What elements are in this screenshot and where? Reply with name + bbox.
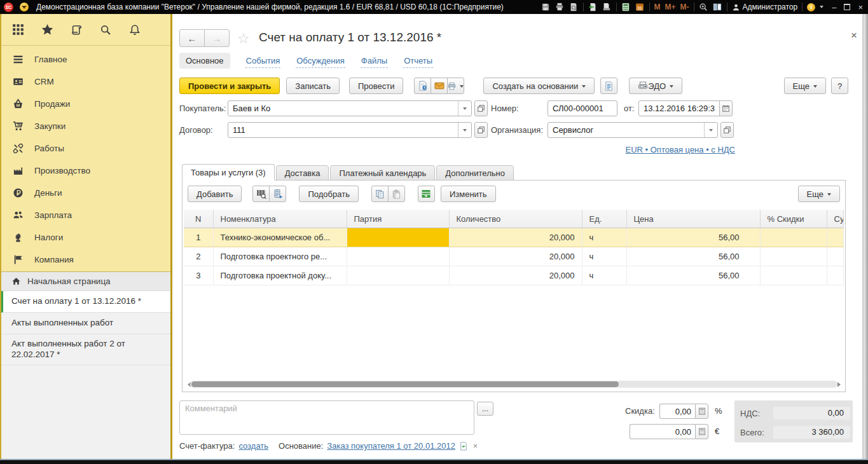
- tab-tovary-i-uslugi[interactable]: Товары и услуги (3): [182, 164, 275, 181]
- sidebar-item-crm[interactable]: CRM: [1, 71, 170, 93]
- document-close-button[interactable]: ×: [848, 29, 860, 42]
- cell-n[interactable]: 2: [184, 247, 213, 266]
- tab-otchety[interactable]: Отчеты: [403, 54, 433, 68]
- calculator-icon[interactable]: [621, 3, 631, 12]
- favorites-star-icon[interactable]: [41, 24, 53, 36]
- col-nomenklatura[interactable]: Номенклатура: [213, 210, 347, 228]
- restore-button[interactable]: [844, 4, 850, 10]
- table-row[interactable]: 2 Подготовка проектного ре... 20,000 ч 5…: [184, 247, 844, 266]
- post-button[interactable]: Провести: [349, 78, 404, 94]
- data-terminal-button[interactable]: [269, 186, 286, 202]
- discount-percent-input[interactable]: [659, 404, 695, 419]
- cell-n[interactable]: 3: [184, 266, 213, 285]
- paste-rows-button[interactable]: [388, 186, 405, 202]
- contract-dropdown-button[interactable]: [458, 123, 471, 137]
- create-invoice-link[interactable]: создать: [238, 441, 268, 451]
- table-row[interactable]: 3 Подготовка проектной доку... 20,000 ч …: [184, 266, 844, 285]
- home-page-item[interactable]: Начальная страница: [1, 272, 170, 291]
- cell-ed[interactable]: ч: [582, 266, 626, 285]
- tab-dostavka[interactable]: Доставка: [276, 165, 329, 181]
- memory-m-button[interactable]: M: [654, 3, 661, 11]
- sidebar-item-raboty[interactable]: Работы: [1, 137, 170, 160]
- cell-kolichestvo[interactable]: 20,000: [449, 228, 582, 247]
- table-row[interactable]: 1 Технико-экономическое об... 20,000 ч 5…: [184, 228, 844, 247]
- scroll-left-button[interactable]: [185, 381, 190, 387]
- scrollbar-track[interactable]: [190, 381, 837, 388]
- date-calendar-button[interactable]: [719, 100, 733, 116]
- apps-grid-icon[interactable]: [11, 24, 24, 36]
- cell-nomenklatura[interactable]: Подготовка проектной доку...: [213, 266, 347, 285]
- cell-summa[interactable]: [827, 266, 844, 285]
- open-window-acts-list[interactable]: Акты выполненных работ: [1, 313, 170, 334]
- cell-partiya[interactable]: [347, 247, 449, 266]
- cell-kolichestvo[interactable]: 20,000: [449, 247, 582, 266]
- cell-ed[interactable]: ч: [582, 247, 626, 266]
- sidebar-item-zakupki[interactable]: Закупки: [1, 115, 170, 137]
- current-user[interactable]: Администратор: [732, 3, 798, 11]
- export-file-icon[interactable]: [602, 3, 612, 12]
- create-based-on-button[interactable]: Создать на основании: [483, 78, 595, 94]
- discount-amount-input[interactable]: [630, 424, 695, 439]
- date-input[interactable]: [638, 100, 720, 116]
- tab-dopolnitelno[interactable]: Дополнительно: [436, 165, 514, 181]
- main-menu-button[interactable]: [20, 3, 29, 11]
- memory-mplus-button[interactable]: M+: [665, 3, 676, 11]
- minimize-button[interactable]: –: [832, 3, 836, 12]
- buyer-open-button[interactable]: [474, 100, 488, 116]
- contract-open-button[interactable]: [474, 122, 488, 138]
- fill-table-button[interactable]: [418, 186, 435, 202]
- cell-partiya[interactable]: [347, 266, 449, 285]
- col-ed[interactable]: Ед.: [582, 210, 626, 228]
- cell-n[interactable]: 1: [184, 228, 213, 247]
- sidebar-item-dengi[interactable]: Деньги: [1, 182, 170, 204]
- items-more-button[interactable]: Еще: [798, 186, 840, 202]
- scroll-right-button[interactable]: [837, 381, 843, 387]
- buyer-dropdown-button[interactable]: [458, 101, 471, 116]
- split-window-icon[interactable]: [713, 3, 722, 12]
- col-n[interactable]: N: [184, 210, 213, 228]
- cell-kolichestvo[interactable]: 20,000: [449, 266, 582, 285]
- cell-ed[interactable]: ч: [582, 228, 626, 247]
- tab-platezhny-kalendar[interactable]: Платежный календарь: [330, 165, 435, 181]
- forward-button[interactable]: →: [204, 29, 230, 47]
- cell-nomenklatura[interactable]: Подготовка проектного ре...: [213, 247, 347, 266]
- col-partiya[interactable]: Партия: [347, 210, 449, 228]
- edit-row-button[interactable]: Изменить: [441, 186, 496, 202]
- comment-expand-button[interactable]: ...: [477, 402, 493, 416]
- basis-document-link[interactable]: Заказ покупателя 1 от 20.01.2012: [327, 441, 455, 451]
- comment-input[interactable]: [179, 400, 474, 435]
- favorite-star-icon[interactable]: ☆: [237, 31, 250, 47]
- org-input[interactable]: [548, 123, 704, 137]
- notifications-bell-icon[interactable]: [128, 24, 141, 36]
- org-open-button[interactable]: [720, 122, 734, 138]
- barcode-scan-button[interactable]: [252, 186, 270, 202]
- pick-items-button[interactable]: Подобрать: [299, 186, 358, 202]
- save-icon[interactable]: [541, 3, 551, 12]
- sidebar-item-proizvodstvo[interactable]: Производство: [1, 160, 170, 182]
- post-and-close-button[interactable]: Провести и закрыть: [179, 78, 280, 94]
- open-window-act2[interactable]: Акт выполненных работ 2 от 22.02.2017 *: [1, 334, 170, 365]
- info-icon[interactable]: i: [807, 3, 815, 11]
- discount-percent-calc-button[interactable]: [695, 404, 708, 419]
- sidebar-item-kompaniya[interactable]: Компания: [1, 249, 170, 271]
- close-button[interactable]: ×: [858, 3, 863, 12]
- calendar-icon[interactable]: 31: [635, 3, 645, 12]
- cell-tsena[interactable]: 56,00: [626, 228, 760, 247]
- sidebar-item-zarplata[interactable]: Зарплата: [1, 204, 170, 226]
- search-icon[interactable]: [99, 24, 112, 36]
- print-menu-button[interactable]: [447, 78, 464, 94]
- tab-faily[interactable]: Файлы: [361, 54, 388, 68]
- sidebar-item-nalogi[interactable]: Налоги: [1, 226, 170, 249]
- sidebar-item-glavnoe[interactable]: Главное: [1, 48, 170, 71]
- cell-skidki[interactable]: [760, 247, 827, 266]
- tab-sobytiya[interactable]: События: [245, 54, 281, 68]
- tab-osnovnoe[interactable]: Основное: [179, 53, 230, 69]
- history-scroll-icon[interactable]: [70, 24, 83, 36]
- contract-input[interactable]: [228, 123, 458, 137]
- sidebar-item-prodazhi[interactable]: Продажи: [1, 93, 170, 115]
- col-kolichestvo[interactable]: Количество: [449, 210, 582, 228]
- tab-obsuzhdeniya[interactable]: Обсуждения: [296, 54, 345, 68]
- info-dropdown-icon[interactable]: [820, 6, 823, 10]
- edo-button[interactable]: ЭДО: [629, 78, 682, 94]
- print-icon[interactable]: [555, 3, 565, 12]
